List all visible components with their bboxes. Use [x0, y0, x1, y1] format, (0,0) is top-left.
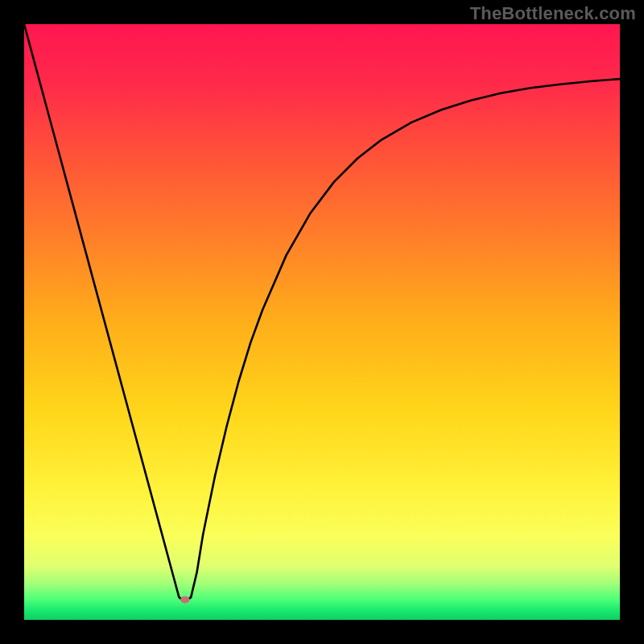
notch-marker: [180, 596, 190, 603]
plot-area: [24, 24, 620, 620]
gradient-background: [24, 24, 620, 620]
outer-frame: TheBottleneck.com: [0, 0, 644, 644]
bottleneck-chart: [24, 24, 620, 620]
watermark-label: TheBottleneck.com: [470, 3, 636, 24]
